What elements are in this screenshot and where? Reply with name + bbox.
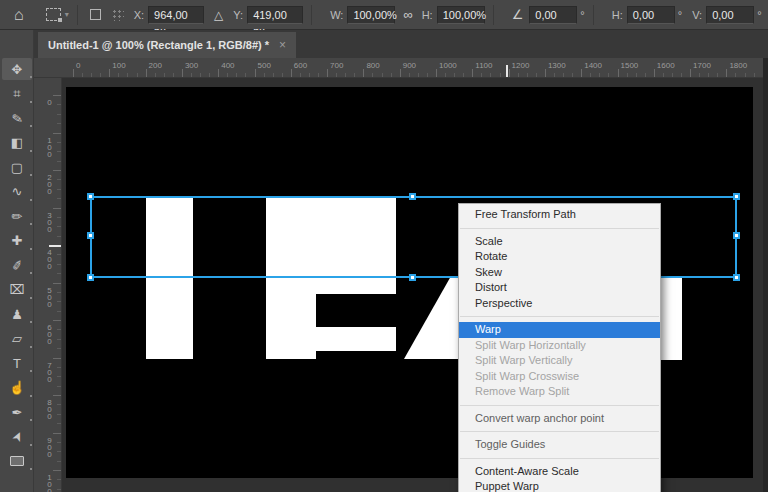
ruler-minor-tick bbox=[627, 73, 628, 77]
document-tab[interactable]: Untitled-1 @ 100% (Rectangle 1, RGB/8#) … bbox=[38, 32, 296, 58]
ruler-tick bbox=[690, 69, 691, 77]
ruler-minor-tick bbox=[57, 442, 61, 443]
menu-item-puppet-warp[interactable]: Puppet Warp bbox=[459, 479, 660, 492]
ruler-label: 300 bbox=[185, 61, 198, 70]
ruler-tick bbox=[363, 69, 364, 77]
menu-item-free-transform-path[interactable]: Free Transform Path bbox=[459, 207, 660, 223]
ruler-label: 1700 bbox=[693, 61, 711, 70]
ruler-label: 0 bbox=[45, 98, 54, 105]
menu-item-content-aware-scale[interactable]: Content-Aware Scale bbox=[459, 464, 660, 480]
close-icon[interactable]: × bbox=[279, 38, 286, 52]
ruler-minor-tick bbox=[57, 123, 61, 124]
menu-item-split-warp-vertically: Split Warp Vertically bbox=[459, 353, 660, 369]
ruler-label: 1400 bbox=[584, 61, 602, 70]
spot-healing-brush-tool[interactable]: ✚ bbox=[2, 230, 32, 252]
smudge-tool[interactable]: ☝ bbox=[2, 377, 32, 399]
ruler-vertical[interactable]: 01002003004005006007008009001000 bbox=[34, 78, 62, 492]
rectangle-tool[interactable] bbox=[2, 450, 32, 472]
transform-handle-bottom-middle[interactable] bbox=[409, 274, 416, 281]
transform-handle-top-middle[interactable] bbox=[409, 193, 416, 200]
transform-handle-middle-left[interactable] bbox=[87, 232, 94, 239]
menu-item-perspective[interactable]: Perspective bbox=[459, 296, 660, 312]
hskew-input[interactable]: 0,00 bbox=[627, 6, 675, 24]
brush-tool[interactable]: ✐ bbox=[2, 254, 32, 276]
ruler-tick bbox=[53, 395, 61, 396]
menu-item-skew[interactable]: Skew bbox=[459, 265, 660, 281]
ruler-minor-tick bbox=[590, 73, 591, 77]
ruler-minor-tick bbox=[57, 489, 61, 490]
eyedropper-tool[interactable]: ✎ bbox=[2, 107, 32, 129]
ruler-minor-tick bbox=[57, 479, 61, 480]
ruler-tick bbox=[146, 69, 147, 77]
lasso-tool[interactable]: ∿ bbox=[2, 181, 32, 203]
x-input[interactable]: 964,00 px bbox=[148, 6, 204, 24]
eraser-tool-icon: ▱ bbox=[12, 332, 22, 345]
ruler-minor-tick bbox=[672, 73, 673, 77]
ruler-tick bbox=[53, 320, 61, 321]
width-input[interactable]: 100,00% bbox=[347, 6, 395, 24]
transform-handle-bottom-right[interactable] bbox=[733, 274, 740, 281]
vskew-input[interactable]: 0,00 bbox=[706, 6, 754, 24]
menu-item-toggle-guides[interactable]: Toggle Guides bbox=[459, 437, 660, 453]
transform-handle-middle-right[interactable] bbox=[733, 232, 740, 239]
paint-bucket-tool[interactable]: ◧ bbox=[2, 132, 32, 154]
menu-item-convert-warp-anchor-point[interactable]: Convert warp anchor point bbox=[459, 411, 660, 427]
brush-tool-icon: ✐ bbox=[11, 258, 24, 273]
ruler-minor-tick bbox=[155, 73, 156, 77]
ruler-minor-tick bbox=[599, 73, 600, 77]
transform-handle-top-right[interactable] bbox=[733, 193, 740, 200]
rectangle-tool-icon bbox=[10, 456, 24, 466]
rectangular-marquee-tool[interactable]: ▢ bbox=[2, 156, 32, 178]
healing-patch-tool[interactable]: ⌧ bbox=[2, 279, 32, 301]
ruler-minor-tick bbox=[57, 142, 61, 143]
menu-item-warp[interactable]: Warp bbox=[459, 322, 660, 338]
ruler-minor-tick bbox=[57, 461, 61, 462]
eraser-tool[interactable]: ▱ bbox=[2, 328, 32, 350]
angle-input[interactable]: 0,00 bbox=[529, 6, 577, 24]
menu-item-rotate[interactable]: Rotate bbox=[459, 249, 660, 265]
ruler-label: 100 bbox=[112, 61, 125, 70]
menu-item-split-warp-crosswise: Split Warp Crosswise bbox=[459, 369, 660, 385]
transform-handle-bottom-left[interactable] bbox=[87, 274, 94, 281]
ruler-label: 800 bbox=[366, 61, 379, 70]
home-icon[interactable]: ⌂ bbox=[14, 7, 24, 23]
reference-point-grid-icon[interactable] bbox=[111, 8, 124, 21]
ruler-tick bbox=[436, 69, 437, 77]
ruler-label: 500 bbox=[258, 61, 271, 70]
height-input[interactable]: 100,00% bbox=[437, 6, 485, 24]
relative-position-delta-icon[interactable]: △ bbox=[214, 9, 223, 21]
chevron-down-icon[interactable]: ▾ bbox=[65, 10, 69, 19]
ruler-label: 900 bbox=[45, 436, 54, 457]
ruler-label: 1200 bbox=[512, 61, 530, 70]
menu-item-distort[interactable]: Distort bbox=[459, 280, 660, 296]
ruler-horizontal[interactable]: 0100200300400500600700800900100011001200… bbox=[34, 58, 768, 78]
menu-separator bbox=[460, 316, 659, 317]
transform-handle-top-left[interactable] bbox=[87, 193, 94, 200]
direct-selection-tool-icon: ➤ bbox=[9, 429, 25, 444]
spot-healing-brush-tool-icon: ✚ bbox=[12, 234, 23, 247]
ruler-minor-tick bbox=[57, 151, 61, 152]
pen-tool[interactable]: ✒ bbox=[2, 401, 32, 423]
ruler-minor-tick bbox=[645, 73, 646, 77]
menu-item-scale[interactable]: Scale bbox=[459, 234, 660, 250]
direct-selection-tool[interactable]: ➤ bbox=[2, 426, 32, 448]
letter-e-notch bbox=[316, 351, 396, 359]
y-input[interactable]: 419,00 px bbox=[247, 6, 303, 24]
ruler-minor-tick bbox=[463, 73, 464, 77]
healing-patch-tool-icon: ⌧ bbox=[10, 283, 25, 296]
clone-stamp-tool[interactable]: ♟ bbox=[2, 303, 32, 325]
ruler-minor-tick bbox=[608, 73, 609, 77]
ruler-tick bbox=[53, 433, 61, 434]
menu-separator bbox=[460, 431, 659, 432]
move-tool[interactable]: ✥ bbox=[2, 58, 32, 80]
maintain-aspect-ratio-link-icon[interactable]: ∞ bbox=[403, 7, 411, 22]
reference-point-checkbox[interactable] bbox=[90, 9, 101, 20]
quick-selection-tool[interactable]: ✏ bbox=[2, 205, 32, 227]
crop-tool[interactable]: ⌗ bbox=[2, 83, 32, 105]
ruler-minor-tick bbox=[500, 73, 501, 77]
ruler-label: 300 bbox=[45, 211, 54, 232]
crop-tool-icon: ⌗ bbox=[13, 87, 20, 100]
transform-tool-icon[interactable] bbox=[46, 8, 61, 21]
type-tool[interactable]: T bbox=[2, 352, 32, 374]
ruler-minor-tick bbox=[745, 73, 746, 77]
